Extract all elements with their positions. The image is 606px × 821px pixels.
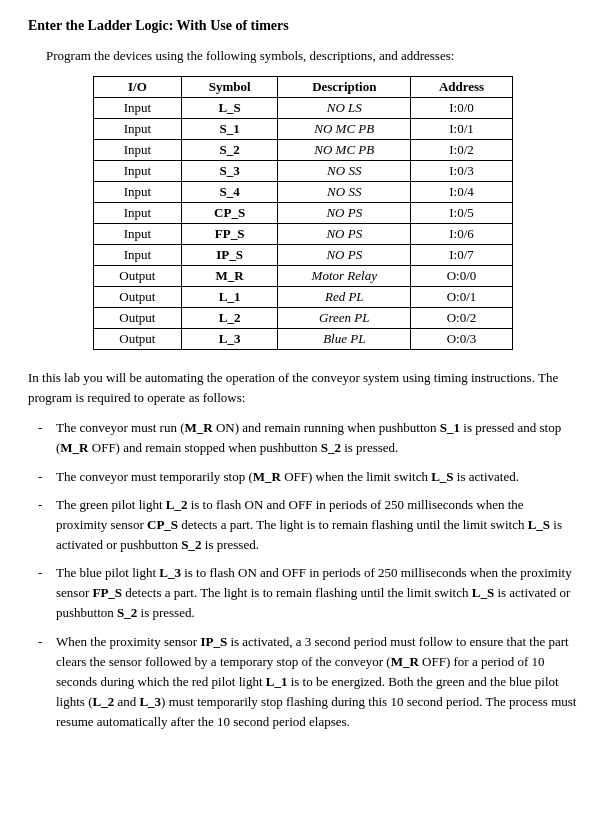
table-row-description: NO MC PB <box>278 140 411 161</box>
list-item: -The conveyor must run (M_R ON) and rema… <box>38 418 578 458</box>
table-row-address: O:0/0 <box>411 266 513 287</box>
table-row-address: I:0/1 <box>411 119 513 140</box>
table-row-description: NO SS <box>278 161 411 182</box>
intro-text: Program the devices using the following … <box>46 48 578 64</box>
table-row-io: Output <box>94 308 182 329</box>
table-row-io: Input <box>94 224 182 245</box>
table-row-description: NO MC PB <box>278 119 411 140</box>
table-row-description: NO SS <box>278 182 411 203</box>
table-row-io: Output <box>94 287 182 308</box>
bullet-list: -The conveyor must run (M_R ON) and rema… <box>38 418 578 732</box>
table-row-symbol: S_4 <box>181 182 278 203</box>
table-row-symbol: L_S <box>181 98 278 119</box>
table-row-symbol: S_1 <box>181 119 278 140</box>
table-row-symbol: L_3 <box>181 329 278 350</box>
table-row-address: I:0/5 <box>411 203 513 224</box>
table-row-description: Blue PL <box>278 329 411 350</box>
table-row-description: Green PL <box>278 308 411 329</box>
table-row-io: Input <box>94 182 182 203</box>
bullet-dash: - <box>38 495 52 515</box>
bullet-text: When the proximity sensor IP_S is activa… <box>56 632 578 733</box>
list-item: -The blue pilot light L_3 is to flash ON… <box>38 563 578 623</box>
table-row-address: I:0/3 <box>411 161 513 182</box>
table-row-description: NO PS <box>278 203 411 224</box>
bullet-dash: - <box>38 418 52 438</box>
table-row-symbol: L_1 <box>181 287 278 308</box>
table-row-address: O:0/2 <box>411 308 513 329</box>
list-item: -The conveyor must temporarily stop (M_R… <box>38 467 578 487</box>
table-row-symbol: CP_S <box>181 203 278 224</box>
bullet-text: The conveyor must temporarily stop (M_R … <box>56 467 519 487</box>
table-row-address: O:0/3 <box>411 329 513 350</box>
table-row-symbol: S_3 <box>181 161 278 182</box>
col-description: Description <box>278 77 411 98</box>
table-row-io: Input <box>94 203 182 224</box>
table-row-description: NO PS <box>278 224 411 245</box>
bullet-text: The conveyor must run (M_R ON) and remai… <box>56 418 578 458</box>
table-row-io: Input <box>94 119 182 140</box>
bullet-dash: - <box>38 563 52 583</box>
table-row-io: Input <box>94 245 182 266</box>
table-row-io: Output <box>94 266 182 287</box>
table-row-symbol: FP_S <box>181 224 278 245</box>
table-row-symbol: L_2 <box>181 308 278 329</box>
table-row-io: Output <box>94 329 182 350</box>
table-row-symbol: M_R <box>181 266 278 287</box>
table-row-address: I:0/6 <box>411 224 513 245</box>
table-row-io: Input <box>94 98 182 119</box>
table-row-description: NO LS <box>278 98 411 119</box>
list-item: -When the proximity sensor IP_S is activ… <box>38 632 578 733</box>
table-row-symbol: S_2 <box>181 140 278 161</box>
table-row-symbol: IP_S <box>181 245 278 266</box>
table-row-address: I:0/4 <box>411 182 513 203</box>
table-row-address: I:0/2 <box>411 140 513 161</box>
main-title: Enter the Ladder Logic: With Use of time… <box>28 18 578 34</box>
bullet-dash: - <box>38 467 52 487</box>
bullet-text: The green pilot light L_2 is to flash ON… <box>56 495 578 555</box>
list-item: -The green pilot light L_2 is to flash O… <box>38 495 578 555</box>
table-row-address: I:0/7 <box>411 245 513 266</box>
col-address: Address <box>411 77 513 98</box>
io-table: I/O Symbol Description Address InputL_SN… <box>93 76 513 350</box>
table-row-io: Input <box>94 140 182 161</box>
table-row-address: O:0/1 <box>411 287 513 308</box>
col-io: I/O <box>94 77 182 98</box>
table-row-description: Motor Relay <box>278 266 411 287</box>
bullet-dash: - <box>38 632 52 652</box>
table-row-description: Red PL <box>278 287 411 308</box>
table-row-io: Input <box>94 161 182 182</box>
table-row-address: I:0/0 <box>411 98 513 119</box>
table-row-description: NO PS <box>278 245 411 266</box>
body-intro: In this lab you will be automating the o… <box>28 368 578 408</box>
col-symbol: Symbol <box>181 77 278 98</box>
bullet-text: The blue pilot light L_3 is to flash ON … <box>56 563 578 623</box>
